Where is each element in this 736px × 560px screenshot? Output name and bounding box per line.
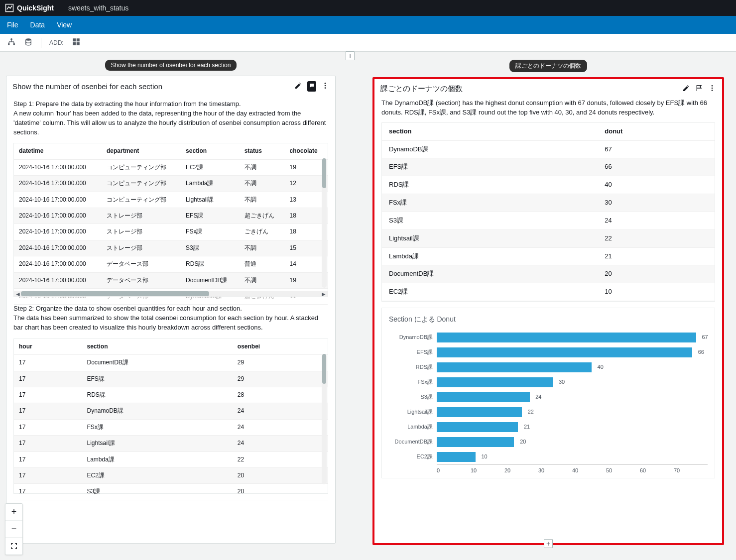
comment-icon[interactable]: [307, 81, 316, 92]
fullscreen-button[interactable]: [5, 538, 22, 555]
cell: コンピューティング部: [102, 176, 181, 192]
table-row[interactable]: DynamoDB課67: [382, 140, 715, 158]
table-row[interactable]: 17EC2課20: [14, 468, 328, 484]
svg-point-13: [712, 88, 713, 89]
svg-rect-5: [73, 38, 76, 41]
left-card[interactable]: Show the number of osenbei for each sect…: [6, 76, 336, 544]
cell: ストレージ部: [102, 224, 181, 240]
more-icon[interactable]: [321, 82, 329, 91]
bar-label: Lightsail課: [389, 408, 437, 416]
menu-file[interactable]: File: [7, 21, 18, 29]
col-header[interactable]: section: [382, 123, 598, 140]
col-header[interactable]: section: [181, 143, 240, 159]
axis-tick: 0: [437, 465, 471, 475]
table-row[interactable]: 17DynamoDB課24: [14, 403, 328, 419]
menu-data[interactable]: Data: [30, 21, 45, 29]
table1-vscroll[interactable]: [322, 158, 327, 288]
table1-hscroll[interactable]: ◄ ►: [14, 291, 328, 297]
cell: 17: [14, 355, 82, 371]
cell: DynamoDB課: [82, 403, 233, 419]
cell: 不調: [240, 192, 285, 208]
cell: 普通: [240, 256, 285, 272]
cell: EC2課: [181, 159, 240, 175]
col-header[interactable]: datetime: [14, 143, 102, 159]
table2-vscroll[interactable]: [322, 354, 327, 484]
database-icon[interactable]: [24, 37, 33, 48]
flag-icon[interactable]: [695, 84, 703, 94]
table-row[interactable]: FSx課30: [382, 194, 715, 212]
bar-fill[interactable]: 21: [437, 422, 518, 432]
cell: 17: [14, 403, 82, 419]
svg-point-12: [712, 85, 713, 87]
bar-fill[interactable]: 40: [437, 362, 592, 372]
table-row[interactable]: 2024-10-16 17:00:00.000コンピューティング部Lightsa…: [14, 192, 328, 208]
bar-fill[interactable]: 10: [437, 452, 476, 462]
bar-value: 67: [702, 334, 708, 341]
bar-fill[interactable]: 20: [437, 437, 514, 447]
table-row[interactable]: 17Lightsail課24: [14, 436, 328, 451]
table-row[interactable]: Lightsail課22: [382, 229, 715, 247]
step1-body: A new column 'hour' has been added to th…: [13, 109, 328, 137]
app-name: QuickSight: [17, 4, 54, 12]
edit-icon[interactable]: [294, 82, 302, 91]
cell: 17: [14, 371, 82, 387]
table-row[interactable]: 17Lambda課22: [14, 451, 328, 467]
cell: S3課: [382, 212, 598, 229]
app-logo[interactable]: QuickSight: [5, 3, 54, 12]
right-card[interactable]: 課ごとのドーナツの個数 The DynamoDB課 (section) has …: [372, 77, 724, 545]
col-header[interactable]: status: [240, 143, 285, 159]
table-row[interactable]: 17S3課20: [14, 484, 328, 500]
table-row[interactable]: 17RDS課28: [14, 387, 328, 403]
table-row[interactable]: DocumentDB課20: [382, 265, 715, 283]
col-header[interactable]: hour: [14, 339, 82, 355]
bar-fill[interactable]: 22: [437, 407, 522, 417]
zoom-in-button[interactable]: +: [5, 504, 22, 521]
bar-fill[interactable]: 66: [437, 347, 692, 357]
table-row[interactable]: 2024-10-16 17:00:00.000コンピューティング部EC2課不調1…: [14, 159, 328, 175]
table-row[interactable]: 17EFS課29: [14, 371, 328, 387]
table-row[interactable]: 17FSx課24: [14, 419, 328, 435]
table-row[interactable]: 2024-10-16 17:00:00.000データベース部DocumentDB…: [14, 272, 328, 288]
col-header[interactable]: section: [82, 339, 233, 355]
bar-label: FSx課: [389, 378, 437, 386]
table-row[interactable]: S3課24: [382, 212, 715, 229]
table-row[interactable]: 2024-10-16 17:00:00.000コンピューティング部Lambda課…: [14, 176, 328, 192]
table-row[interactable]: RDS課40: [382, 176, 715, 194]
bar-value: 22: [528, 408, 534, 416]
add-panel-bottom[interactable]: +: [544, 539, 553, 548]
table-row[interactable]: 2024-10-16 17:00:00.000データベース部RDS課普通14: [14, 256, 328, 272]
right-table-wrap: sectiondonut DynamoDB課67EFS課66RDS課40FSx課…: [381, 122, 715, 302]
svg-point-1: [10, 38, 12, 40]
menu-view[interactable]: View: [57, 21, 72, 29]
bar-row: DocumentDB課20: [389, 435, 708, 449]
col-header[interactable]: osenbei: [233, 339, 328, 355]
bar-fill[interactable]: 67: [437, 333, 696, 342]
table-row[interactable]: Lambda課21: [382, 247, 715, 265]
table-row[interactable]: 2024-10-16 17:00:00.000ストレージ部FSx課ごきげん18: [14, 224, 328, 240]
cell: 21: [598, 247, 715, 265]
col-header[interactable]: department: [102, 143, 181, 159]
calculated-field-icon[interactable]: [72, 37, 81, 48]
cell: S3課: [181, 240, 240, 256]
cell: 超ごきげん: [240, 208, 285, 224]
bar-label: RDS課: [389, 363, 437, 371]
zoom-out-button[interactable]: −: [5, 521, 22, 538]
col-header[interactable]: chocolate: [285, 143, 328, 159]
edit-icon[interactable]: [682, 84, 690, 94]
dataset-name[interactable]: sweets_with_status: [68, 4, 128, 12]
axis-tick: 50: [606, 465, 640, 475]
table-row[interactable]: 17DocumentDB課29: [14, 355, 328, 371]
chart-title: Section による Donut: [389, 314, 708, 324]
table-row[interactable]: 2024-10-16 17:00:00.000ストレージ部S3課不調15: [14, 240, 328, 256]
col-header[interactable]: donut: [598, 123, 715, 140]
cell: 67: [598, 140, 715, 158]
cell: EFS課: [181, 208, 240, 224]
bar-fill[interactable]: 24: [437, 392, 530, 402]
table-row[interactable]: EFS課66: [382, 158, 715, 176]
hierarchy-icon[interactable]: [7, 37, 16, 48]
more-icon[interactable]: [708, 84, 716, 94]
bar-fill[interactable]: 30: [437, 377, 553, 387]
cell: 17: [14, 387, 82, 403]
table-row[interactable]: EC2課10: [382, 283, 715, 301]
table-row[interactable]: 2024-10-16 17:00:00.000ストレージ部EFS課超ごきげん18: [14, 208, 328, 224]
